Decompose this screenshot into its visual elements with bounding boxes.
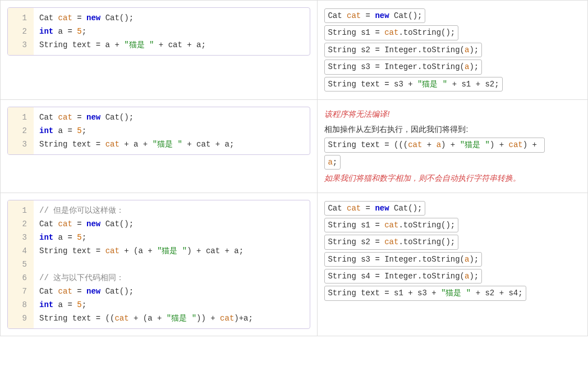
line-number: 4 [8,244,34,258]
line-number: 2 [8,124,34,138]
code-line: int a = 5; [39,298,304,312]
code-example-cell: 123Cat cat = new Cat();int a = 5;String … [1,99,318,193]
code-lines: Cat cat = new Cat();int a = 5;String tex… [34,107,310,154]
inline-code: String s3 = Integer.toString(a); [324,60,482,74]
inline-code: Cat cat = new Cat(); [324,8,425,23]
code-line: String text = a + "猫是 " + cat + a; [39,38,304,52]
line-number: 7 [8,285,34,298]
code-line: Cat cat = new Cat(); [39,285,304,298]
line-number: 6 [8,271,34,285]
inline-code: String text = s3 + "猫是 " + s1 + s2; [324,77,502,92]
code-line: String text = cat + a + "猫是 " + cat + a; [39,138,304,151]
code-line: String text = cat + (a + "猫是 ") + cat + … [39,244,304,258]
comparison-table: 123Cat cat = new Cat();int a = 5;String … [0,0,588,336]
inline-code: String s2 = Integer.toString(a); [324,43,482,57]
line-number: 3 [8,38,34,52]
line-number: 3 [8,231,34,244]
explanation-cell: Cat cat = new Cat();String s1 = cat.toSt… [318,193,588,336]
line-number: 8 [8,298,34,312]
line-number: 9 [8,312,34,325]
line-number: 2 [8,217,34,231]
error-text: 该程序将无法编译! [324,107,581,122]
table-row: 123Cat cat = new Cat();int a = 5;String … [1,99,588,193]
inline-code: String s3 = Integer.toString(a); [324,252,482,267]
table-row: 123456789// 但是你可以这样做：Cat cat = new Cat()… [1,193,588,336]
code-line: Cat cat = new Cat(); [39,11,304,25]
line-number: 5 [8,258,34,271]
inline-code: String text = s1 + s3 + "猫是 " + s2 + s4; [324,286,526,300]
code-line: Cat cat = new Cat(); [39,217,304,231]
code-line: String text = ((cat + (a + "猫是 ")) + cat… [39,312,304,325]
explanation-cell: Cat cat = new Cat();String s1 = cat.toSt… [318,1,588,100]
code-block: 123Cat cat = new Cat();int a = 5;String … [7,7,310,56]
line-number: 3 [8,138,34,151]
inline-code: String s2 = cat.toString(); [324,235,458,249]
code-block: 123456789// 但是你可以这样做：Cat cat = new Cat()… [7,200,310,329]
line-number-gutter: 123 [8,107,34,154]
inline-code: a; [324,155,341,170]
code-line: int a = 5; [39,25,304,38]
code-line: // 但是你可以这样做： [39,204,304,217]
inline-code: Cat cat = new Cat(); [324,201,425,216]
error-text: 如果我们将猫和数字相加，则不会自动执行字符串转换。 [324,171,581,186]
code-block: 123Cat cat = new Cat();int a = 5;String … [7,107,310,155]
inline-code: String s1 = cat.toString(); [324,218,458,232]
code-line: int a = 5; [39,124,304,138]
line-number: 1 [8,11,34,25]
table-row: 123Cat cat = new Cat();int a = 5;String … [1,1,588,100]
line-number-gutter: 123 [8,8,34,55]
line-number: 1 [8,204,34,217]
code-line: Cat cat = new Cat(); [39,111,304,124]
code-line: // 这与以下代码相同： [39,271,304,285]
line-number-gutter: 123456789 [8,200,34,328]
code-example-cell: 123Cat cat = new Cat();int a = 5;String … [1,1,318,100]
code-line [39,258,304,271]
code-line: int a = 5; [39,231,304,244]
inline-code: String s1 = cat.toString(); [324,25,458,40]
inline-code: String text = (((cat + a) + "猫是 ") + cat… [324,138,545,152]
code-lines: Cat cat = new Cat();int a = 5;String tex… [34,8,310,55]
explanation-text: 相加操作从左到右执行，因此我们将得到: [324,122,581,137]
inline-code: String s4 = Integer.toString(a); [324,269,482,283]
explanation-cell: 该程序将无法编译!相加操作从左到右执行，因此我们将得到:String text … [318,99,588,193]
code-lines: // 但是你可以这样做：Cat cat = new Cat();int a = … [34,200,310,328]
line-number: 2 [8,25,34,38]
code-example-cell: 123456789// 但是你可以这样做：Cat cat = new Cat()… [1,193,318,336]
line-number: 1 [8,111,34,124]
